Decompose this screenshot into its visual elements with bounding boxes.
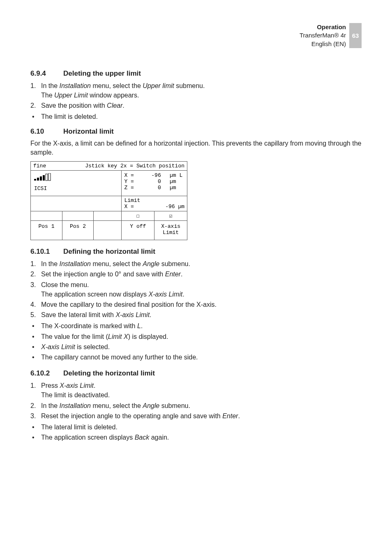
- text-ital: X-axis Limit: [115, 311, 150, 318]
- limit-value-wrap: -96 µm: [165, 204, 184, 210]
- text: submenu.: [174, 82, 205, 89]
- step-1: 1. In the Installation menu, select the …: [30, 259, 362, 269]
- section-6-9-4-heading: 6.9.4 Deleting the upper limit: [30, 70, 362, 78]
- x-label: X =: [124, 172, 138, 178]
- text: In the: [41, 402, 59, 409]
- checkbox-on: ☑: [154, 211, 187, 220]
- bullets-6-10-1: The X-coordinate is marked with L. The v…: [30, 321, 362, 362]
- device-row-checks: ☐ ☑: [31, 211, 187, 220]
- section-6-9-4-number: 6.9.4: [30, 70, 57, 78]
- step-4: 4. Move the capillary to the desired fin…: [30, 300, 362, 309]
- limit-val: -96: [165, 204, 175, 210]
- bullet: The value for the limit (Limit X) is dis…: [30, 332, 362, 341]
- softkey-xaxis-limit-l2: Limit: [163, 229, 179, 236]
- step-2: 2. Set the injection angle to 0° and sav…: [30, 269, 362, 279]
- text: window appears.: [88, 92, 139, 99]
- step-5: 5. Save the lateral limit with X-axis Li…: [30, 310, 362, 320]
- bullet: The X-coordinate is marked with L.: [30, 321, 362, 331]
- bullets-6-9-4: The limit is deleted.: [30, 112, 362, 121]
- svg-rect-0: [34, 179, 36, 181]
- text: Move the capillary to the desired final …: [41, 301, 217, 308]
- text-ital: Limit X: [108, 333, 128, 340]
- text: The application screen now displays: [41, 291, 148, 298]
- text: Reset the injection angle to the operati…: [41, 412, 222, 419]
- text-ital: X-axis Limit: [60, 382, 94, 389]
- text: ) is displayed.: [128, 333, 168, 340]
- step-marker: 1.: [30, 81, 36, 90]
- text: Close the menu.: [41, 281, 89, 288]
- text: .: [182, 291, 184, 298]
- text: Press: [41, 382, 60, 389]
- softkey-xaxis-limit: X-axis Limit: [154, 221, 187, 240]
- text-ital: Installation: [59, 82, 91, 89]
- section-6-10-heading: 6.10 Horizontal limit: [30, 127, 362, 136]
- limit-unit: µm: [178, 204, 184, 210]
- text-ital: Installation: [59, 260, 91, 267]
- text-ital: Upper limit: [143, 82, 174, 89]
- text: In the: [41, 82, 59, 89]
- signal-icon: [34, 173, 53, 181]
- z-unit: µm: [168, 185, 184, 191]
- device-mode-fine: fine: [33, 163, 46, 169]
- step-marker: 2.: [30, 101, 36, 110]
- z-label: Z =: [124, 185, 138, 191]
- section-6-10-number: 6.10: [30, 127, 57, 136]
- page-number-tab: 63: [349, 23, 362, 48]
- y-val: 0: [145, 178, 161, 185]
- z-val: 0: [145, 185, 161, 191]
- text: .: [122, 102, 124, 109]
- device-coord-panel: X =-96µm L Y =0µm Z =0µm: [121, 171, 187, 196]
- checkbox-off: ☐: [121, 211, 154, 220]
- svg-rect-4: [46, 174, 48, 181]
- device-topbar: fine Jstick key 2x = Switch position: [31, 162, 187, 170]
- text: The application screen displays: [41, 434, 135, 441]
- device-hint: Jstick key 2x = Switch position: [85, 163, 184, 169]
- svg-rect-5: [48, 173, 51, 181]
- text-ital: Installation: [59, 402, 91, 409]
- text-ital: Angle: [143, 260, 159, 267]
- step-1-line2: The Upper Limit window appears.: [41, 90, 362, 100]
- limit-label-1: Limit: [124, 197, 140, 204]
- text: menu, select the: [91, 402, 143, 409]
- text-ital: X-axis Limit: [148, 291, 182, 298]
- bullet: X-axis Limit is selected.: [30, 342, 362, 352]
- page-number: 63: [352, 32, 359, 39]
- x-val: -96: [145, 172, 161, 178]
- steps-6-10-1: 1. In the Installation menu, select the …: [30, 259, 362, 320]
- text: In the: [41, 260, 59, 267]
- text: again.: [149, 434, 169, 441]
- text: .: [94, 382, 95, 389]
- text: .: [141, 322, 143, 329]
- svg-rect-2: [40, 176, 42, 181]
- text: The X-coordinate is marked with: [41, 322, 137, 329]
- softkey-yoff: Y off: [121, 221, 154, 240]
- section-6-10-2-heading: 6.10.2 Deleting the horizontal limit: [30, 369, 362, 378]
- limit-label: Limit X =: [124, 197, 140, 210]
- device-app-label: ICSI: [34, 185, 118, 192]
- device-left-panel: ICSI: [31, 171, 121, 196]
- bullets-6-10-2: The lateral limit is deleted. The applic…: [30, 422, 362, 442]
- text-ital: X-axis Limit: [41, 343, 75, 350]
- section-6-10-1-number: 6.10.1: [30, 248, 57, 256]
- text-ital: Back: [135, 434, 150, 441]
- text: Save the lateral limit with: [41, 311, 115, 318]
- bullet: The limit is deleted.: [30, 112, 362, 121]
- text-ital: Clear: [107, 102, 122, 109]
- text: .: [150, 311, 151, 318]
- text: menu, select the: [91, 260, 143, 267]
- text-ital: Angle: [143, 402, 159, 409]
- svg-rect-1: [37, 178, 39, 181]
- step-2: 2. In the Installation menu, select the …: [30, 401, 362, 410]
- steps-6-10-2: 1. Press X-axis Limit. The limit is deac…: [30, 381, 362, 421]
- text: .: [181, 271, 182, 278]
- header-lines: Operation TransferMan® 4r English (EN): [300, 23, 346, 48]
- step-1: 1. In the Installation menu, select the …: [30, 81, 362, 100]
- text: is selected.: [75, 343, 110, 350]
- header-lang: English (EN): [300, 40, 346, 48]
- text: Save the position with: [41, 102, 107, 109]
- text: The limit is deactivated.: [41, 390, 362, 400]
- text: Set the injection angle to 0° and save w…: [41, 271, 165, 278]
- steps-6-9-4: 1. In the Installation menu, select the …: [30, 81, 362, 111]
- text-ital: Enter: [222, 412, 238, 419]
- text: submenu.: [159, 402, 190, 409]
